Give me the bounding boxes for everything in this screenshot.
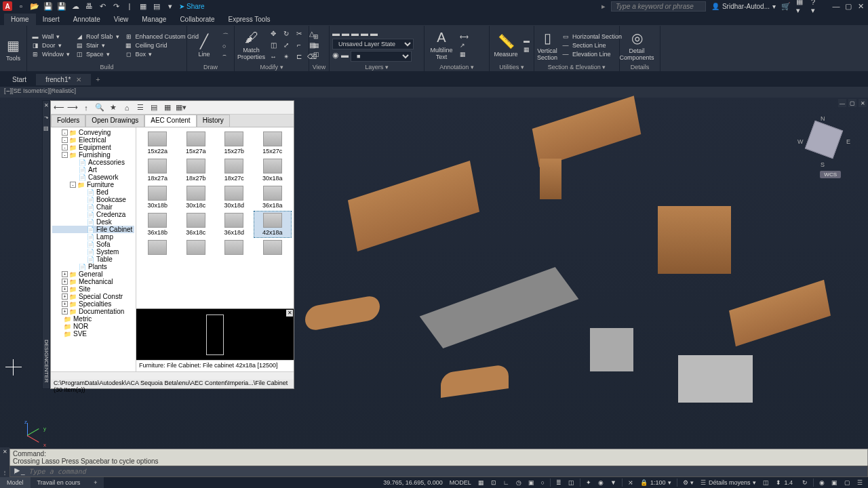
layer-icon5[interactable]: ▬ xyxy=(370,29,378,37)
annotation-panel-label[interactable]: Annotation ▾ xyxy=(427,63,486,71)
filter-icon[interactable]: ▼ xyxy=(608,478,619,487)
layer-c1[interactable]: ◉ xyxy=(332,51,339,62)
view2-icon[interactable]: ▦ xyxy=(312,41,321,49)
viewcube[interactable]: N S E W xyxy=(800,118,848,165)
maximize-icon[interactable]: ▢ xyxy=(844,1,853,11)
dc-item-30x18b[interactable]: 30x18b xyxy=(139,184,176,210)
saveas-icon[interactable]: 💾 xyxy=(57,1,66,11)
annoscale-icon[interactable]: ⤨ xyxy=(625,478,636,487)
tree-item-system[interactable]: 📄System xyxy=(52,248,134,256)
trim-icon[interactable]: ✂ xyxy=(294,29,304,39)
tree-item-credenza[interactable]: 📄Credenza xyxy=(52,211,134,218)
tree-item-documentation[interactable]: +📁Documentation xyxy=(52,308,134,315)
model-tab[interactable]: Model xyxy=(0,477,31,488)
tab-active[interactable]: french1*✕ xyxy=(36,74,91,85)
line-button[interactable]: ╱Line xyxy=(190,27,218,63)
dc-item-36x18a[interactable]: 36x18a xyxy=(254,184,292,210)
vp-max-icon[interactable]: ▢ xyxy=(848,99,856,107)
tree-item-lamp[interactable]: 📄Lamp xyxy=(52,233,134,241)
tree-item-desk[interactable]: 📄Desk xyxy=(52,218,134,226)
props-icon[interactable]: ▤ xyxy=(152,1,161,11)
cmd-chevron-icon[interactable]: ⯈_ xyxy=(14,468,25,475)
dc-horiz-scroll[interactable] xyxy=(51,371,294,380)
dc-desc-icon[interactable]: ▦ xyxy=(162,102,173,113)
gizmo-icon[interactable]: ✦ xyxy=(583,478,594,487)
stretch-icon[interactable]: ↔ xyxy=(268,52,279,62)
tree-item-bed[interactable]: 📄Bed xyxy=(52,188,134,196)
detail-level[interactable]: ☰ Détails moyens ▾ xyxy=(698,478,760,487)
view3-icon[interactable]: ◫ xyxy=(312,50,321,58)
layers-panel-label[interactable]: Layers ▾ xyxy=(332,63,421,71)
tree-item-file-cabinet[interactable]: 📄File Cabinet xyxy=(52,226,134,233)
ribbon-tab-annotate[interactable]: Annotate xyxy=(66,14,107,25)
dim-icon[interactable]: ⟷ xyxy=(458,33,470,41)
detail-button[interactable]: ◎Detail Components xyxy=(623,27,651,63)
cmd-close-icon[interactable]: ✕ xyxy=(3,449,7,455)
tree-item-general[interactable]: +📁General xyxy=(52,270,134,278)
wall-button[interactable]: ▬Wall ▾ xyxy=(30,33,71,41)
ribbon-tab-home[interactable]: Home xyxy=(4,14,36,25)
dc-side-handle[interactable]: ✕ ⬎ ▤ DESIGNCENTER xyxy=(42,100,50,389)
add-tab-button[interactable]: + xyxy=(91,75,104,83)
vp-close-icon[interactable]: ✕ xyxy=(859,99,867,107)
roof-button[interactable]: ◢Roof Slab ▾ xyxy=(74,33,121,41)
tree-item-casework[interactable]: 📄Casework xyxy=(52,174,134,181)
dc-close-icon[interactable]: ✕ xyxy=(44,102,49,108)
trans-icon[interactable]: ◫ xyxy=(566,478,577,487)
space-button[interactable]: ◫Space ▾ xyxy=(74,50,121,58)
tree-item-art[interactable]: 📄Art xyxy=(52,166,134,174)
tree-item-chair[interactable]: 📄Chair xyxy=(52,203,134,211)
open-icon[interactable]: 📂 xyxy=(30,1,39,11)
dc-item-18x27b[interactable]: 18x27b xyxy=(178,157,215,183)
dc-tab-aec-content[interactable]: AEC Content xyxy=(144,115,196,127)
tree-item-nor[interactable]: 📁NOR xyxy=(52,323,134,330)
web-icon[interactable]: ☁ xyxy=(71,1,80,11)
dc-item-18x27a[interactable]: 18x27a xyxy=(139,157,176,183)
view-label[interactable]: [‒][SE Isometric][Realistic] xyxy=(0,87,868,98)
layer-state-select[interactable]: Unsaved Layer State xyxy=(332,39,414,49)
dc-tree-icon[interactable]: ☰ xyxy=(135,102,146,113)
annoscale-val[interactable]: 🔒 1:100 ▾ xyxy=(637,478,675,487)
rotate-icon[interactable]: ↻ xyxy=(281,29,292,39)
eline-button[interactable]: —Elevation Line xyxy=(560,50,623,58)
utilities-panel-label[interactable]: Utilities ▾ xyxy=(492,63,531,71)
dc-grid[interactable]: 15x22a15x27a15x27b15x27c18x27a18x27b18x2… xyxy=(136,127,294,308)
copy-icon[interactable]: ◫ xyxy=(268,41,279,50)
tree-item-conveying[interactable]: -📁Conveying xyxy=(52,129,134,136)
command-input[interactable] xyxy=(29,468,863,475)
dc-home-icon[interactable]: ⌂ xyxy=(121,102,132,113)
dc-item-blank-19[interactable] xyxy=(254,239,292,258)
explode-icon[interactable]: ✴ xyxy=(281,52,292,62)
tree-item-table[interactable]: 📄Table xyxy=(52,256,134,263)
space-toggle[interactable]: MODEL xyxy=(447,478,474,487)
dc-item-blank-17[interactable] xyxy=(178,239,215,258)
ortho-icon[interactable]: ∟ xyxy=(500,478,512,487)
hardware-icon[interactable]: ▣ xyxy=(829,478,840,487)
dc-item-30x18d[interactable]: 30x18d xyxy=(216,184,253,210)
dc-item-30x18a[interactable]: 30x18a xyxy=(254,157,292,183)
lw-icon[interactable]: ≣ xyxy=(553,478,564,487)
ribbon-tab-view[interactable]: View xyxy=(107,14,136,25)
undo-icon[interactable]: ↶ xyxy=(98,1,107,11)
replace-icon[interactable]: ↻ xyxy=(800,478,810,487)
elev-val[interactable]: ⬍ 1.4 xyxy=(773,478,798,487)
sline-button[interactable]: —Section Line xyxy=(560,41,623,49)
draw-panel-label[interactable]: Draw xyxy=(190,63,231,71)
snap-icon[interactable]: ⊡ xyxy=(488,478,499,487)
dc-item-18x27c[interactable]: 18x27c xyxy=(216,157,253,183)
fillet-icon[interactable]: ⌐ xyxy=(294,41,304,50)
app-switcher-icon[interactable]: ▦ ▾ xyxy=(796,1,806,11)
dc-item-15x27b[interactable]: 15x27b xyxy=(216,130,253,156)
ribbon-tab-insert[interactable]: Insert xyxy=(36,14,66,25)
window-button[interactable]: ⊞Window ▾ xyxy=(30,50,71,58)
3dsnap-icon[interactable]: ◉ xyxy=(595,478,606,487)
stair-button[interactable]: ▤Stair ▾ xyxy=(74,41,121,49)
dc-back-icon[interactable]: ⟵ xyxy=(54,102,64,113)
tree-item-mechanical[interactable]: +📁Mechanical xyxy=(52,278,134,285)
minimize-icon[interactable]: — xyxy=(831,1,841,11)
vp-min-icon[interactable]: — xyxy=(838,99,846,107)
isolate-icon[interactable]: ◉ xyxy=(816,478,827,487)
scale-icon[interactable]: ⤢ xyxy=(281,41,292,50)
tree-item-plants[interactable]: 📄Plants xyxy=(52,263,134,270)
dc-fwd-icon[interactable]: ⟶ xyxy=(67,102,78,113)
